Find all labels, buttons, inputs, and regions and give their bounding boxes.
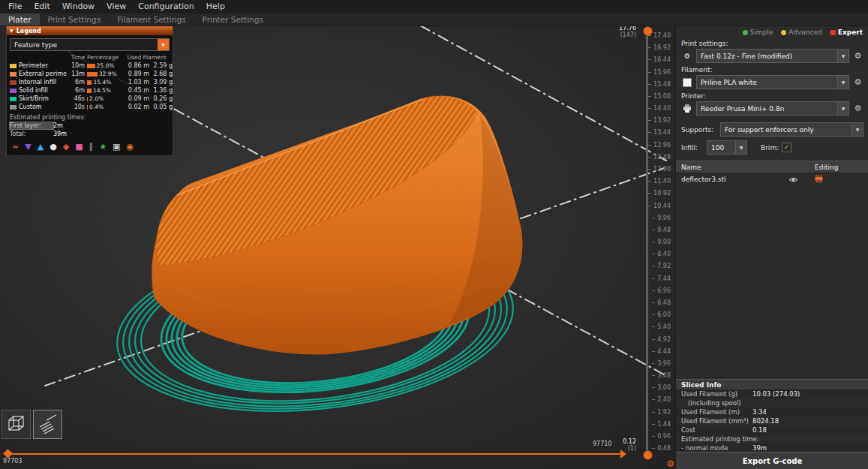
filament-dropdown[interactable]: Priline PLA white ▼ [696,75,849,89]
tool-changes-icon[interactable]: ◆ [63,143,69,152]
layer-tick-label: 7.92 [652,263,671,269]
menu-window[interactable]: Window [56,0,101,14]
menu-edit[interactable]: Edit [28,0,56,14]
infill-dropdown[interactable]: 100 ▼ [707,140,747,155]
layer-slider[interactable]: ⚙ 17.4016.9216.4415.9615.4815.0014.4013.… [639,26,675,469]
total-time-row: Total: 39m [7,130,173,138]
horizontal-move-slider[interactable] [6,453,621,455]
layer-tick-label: 9.96 [652,215,671,221]
legend-toggle-icon[interactable]: ◉ [126,143,134,152]
brim-label: Brim: [761,144,779,152]
supports-dropdown[interactable]: For support enforcers only ▼ [720,122,863,137]
layer-tick-label: 3.00 [652,385,671,391]
tab-print-settings[interactable]: Print Settings [40,14,110,26]
filament-edit-icon[interactable]: ⚙ [852,77,863,87]
object-row[interactable]: deflector3.stl [676,173,868,185]
top-layer-label: 17.76 (147) [614,25,636,38]
legend-row: Solid infill6m14.5%0.45 m1.36 g [10,86,170,95]
object-editing-icon[interactable] [815,175,823,184]
slider-settings-gear-icon[interactable]: ⚙ [666,459,674,468]
filament-label: Filament: [676,64,868,74]
retractions-icon[interactable]: ▼ [25,143,31,152]
supports-label: Supports: [681,126,717,134]
print-settings-edit-icon[interactable]: ⚙ [852,51,863,61]
sliced-info-row: Estimated printing time: [676,434,868,443]
feature-color-swatch [10,89,17,93]
legend-row: External perimeter13m32.9%0.89 m2.68 g [10,70,170,78]
layer-slider-bottom-handle[interactable] [643,450,653,460]
tab-filament-settings[interactable]: Filament Settings [109,14,194,26]
sliced-info-title: Sliced Info [676,379,868,389]
percentage-bar [87,72,98,77]
feature-name: Custom [19,104,42,110]
menu-file[interactable]: File [2,0,28,14]
first-layer-time-row: First layer: 2m [7,122,173,130]
travel-icon[interactable]: ≈ [12,143,19,152]
3d-viewport[interactable]: ▼ Legend Feature type ▼ Time Percentage … [0,26,675,469]
pause-prints-icon[interactable]: ∥ [89,143,94,152]
preview-view-toggle[interactable] [33,410,62,439]
feature-color-swatch [10,64,17,68]
feature-color-swatch [10,97,17,101]
legend-feature-table: Perimeter10m25.0%0.86 m2.59 gExternal pe… [7,62,173,111]
sliced-info-panel: Sliced Info Used Filament (g)10.03 (274.… [676,379,868,452]
layer-tick-label: 17.40 [648,33,671,39]
view-type-value: Feature type [11,41,158,49]
layer-tick-label: 3.96 [652,361,671,367]
legend-header[interactable]: ▼ Legend [7,26,173,35]
collapse-caret-icon: ▼ [10,29,14,33]
menu-help[interactable]: Help [200,0,231,14]
object-list: Name Editing deflector3.stl [676,161,868,185]
chevron-down-icon: ▼ [837,76,848,89]
layer-tick-label: 15.48 [648,82,671,88]
mode-selector: SimpleAdvancedExpert [676,26,868,38]
color-changes-icon[interactable]: ■ [75,143,83,152]
printer-dropdown[interactable]: Reeder Prusa Mini+ 0.8n ▼ [696,101,849,116]
visibility-eye-icon[interactable] [788,176,798,183]
sliced-info-row: (including spool) [676,398,868,407]
sliced-info-row: Cost0.18 [676,425,868,434]
layer-tick-label: 12.48 [648,155,671,161]
layer-tick-label: 5.40 [652,324,671,330]
layer-tick-label: 3.48 [652,373,671,379]
brim-checkbox[interactable]: ✓ [782,143,791,152]
layer-tick-label: 14.40 [648,106,671,112]
percentage-bar [87,105,88,110]
chevron-down-icon: ▼ [837,50,848,62]
prusaslicer-window: FileEditWindowViewConfigurationHelp Plat… [0,0,868,469]
percentage-bar [87,97,88,101]
settings-sidebar: SimpleAdvancedExpert Print settings: ⚙ F… [675,26,868,469]
chevron-down-icon: ▼ [837,102,848,115]
layer-tick-label: 15.00 [648,94,671,100]
mode-simple[interactable]: Simple [743,29,773,36]
menu-view[interactable]: View [101,0,132,14]
editor-view-toggle[interactable] [2,410,31,439]
print-settings-icon: ⚙ [681,52,693,60]
legend-column-headers: Time Percentage Used filament [7,53,173,62]
legend-row: Perimeter10m25.0%0.86 m2.59 g [10,62,170,70]
menu-configuration[interactable]: Configuration [132,0,200,14]
layer-tick-label: 4.44 [652,349,671,355]
print-settings-dropdown[interactable]: Fast 0.12z - Fine (modified) ▼ [696,49,849,63]
feature-name: External perimeter [19,71,67,77]
tab-printer-settings[interactable]: Printer Settings [194,14,272,26]
mode-advanced[interactable]: Advanced [781,29,821,36]
seams-icon[interactable]: ● [50,143,57,152]
bottom-layer-label: 0.12 (1) [614,438,636,452]
shells-icon[interactable]: ▣ [113,143,120,152]
chevron-down-icon[interactable]: ▼ [158,39,169,50]
printer-edit-icon[interactable]: ⚙ [852,104,863,113]
custom-gcode-icon[interactable]: ★ [99,143,107,152]
layer-tick-label: 10.44 [648,203,671,209]
mode-expert[interactable]: Expert [830,29,863,36]
tab-bar: PlaterPrint SettingsFilament SettingsPri… [0,14,868,26]
deretractions-icon[interactable]: ▲ [38,143,44,152]
export-gcode-button[interactable]: Export G-code [676,452,868,469]
sliced-info-row: Used Filament (m)3.34 [676,407,868,416]
layer-tick-label: 11.40 [648,179,671,185]
view-type-dropdown[interactable]: Feature type ▼ [10,38,170,51]
feature-color-swatch [10,105,17,110]
tab-plater[interactable]: Plater [0,14,40,26]
feature-color-swatch [10,72,17,77]
feature-name: Perimeter [19,62,48,69]
